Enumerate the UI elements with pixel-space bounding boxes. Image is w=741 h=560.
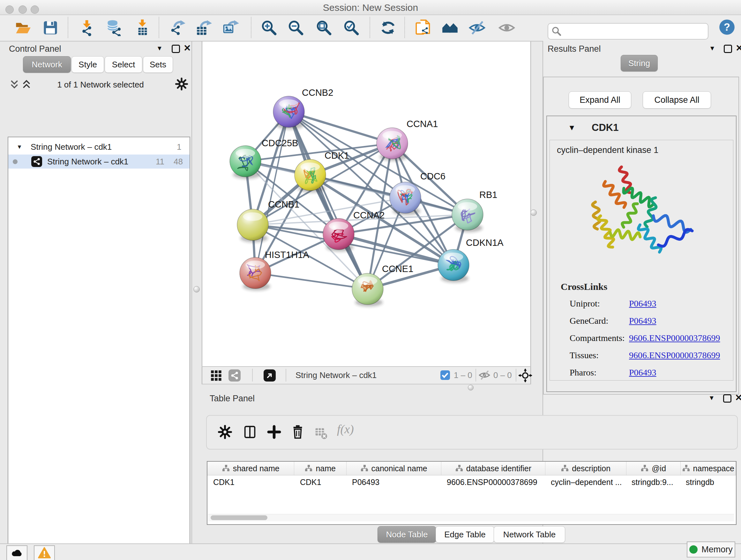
- network-node-HIST1H1A[interactable]: [240, 257, 271, 291]
- network-graph[interactable]: CCNB2CCNA1CDC25BCDK1CDC6RB1CCNB1CCNA2CDK…: [202, 42, 530, 366]
- right-splitter-handle[interactable]: [530, 209, 537, 216]
- network-tree-root-row[interactable]: ▼ String Network – cdk1 1: [8, 140, 190, 154]
- birds-eye-crosshair-icon[interactable]: [518, 368, 532, 384]
- save-session-icon[interactable]: [42, 19, 59, 36]
- tab-style[interactable]: Style: [71, 56, 104, 73]
- tab-sets[interactable]: Sets: [143, 56, 173, 73]
- network-node-CCNE1[interactable]: [352, 273, 383, 307]
- export-table-icon[interactable]: [195, 19, 212, 36]
- zoom-fit-icon[interactable]: [316, 19, 332, 36]
- table-panel-close-icon[interactable]: ✕: [735, 392, 741, 403]
- open-in-new-window-icon[interactable]: [264, 369, 276, 381]
- search-input[interactable]: [565, 25, 703, 37]
- crosslink-link[interactable]: 9606.ENSP00000378699: [629, 350, 720, 361]
- add-column-plus-icon[interactable]: [267, 425, 281, 441]
- table-cell[interactable]: stringdb:9...: [626, 476, 680, 489]
- crosslink-link[interactable]: P06493: [629, 299, 657, 309]
- network-node-CCNA1[interactable]: [377, 128, 408, 161]
- table-header-canonical-name[interactable]: canonical name: [347, 462, 441, 475]
- network-node-CCNB2[interactable]: [273, 96, 305, 129]
- left-splitter-handle[interactable]: [193, 286, 200, 293]
- table-header-database-identifier[interactable]: database identifier: [441, 462, 545, 475]
- network-node-CCNB1[interactable]: [237, 209, 268, 242]
- hide-selection-eye-slash-icon[interactable]: [469, 19, 485, 36]
- selected-checkbox-icon[interactable]: [441, 370, 450, 380]
- table-panel-float-icon[interactable]: [723, 394, 731, 402]
- horizontal-splitter-handle[interactable]: [468, 385, 474, 390]
- grid-view-icon[interactable]: [210, 369, 222, 383]
- clone-network-icon[interactable]: [415, 19, 431, 36]
- horizontal-scrollbar-track[interactable]: [208, 514, 734, 521]
- table-cell[interactable]: CDK1: [207, 476, 294, 489]
- tab-network-table[interactable]: Network Table: [494, 526, 565, 543]
- collapse-all-button[interactable]: Collapse All: [643, 91, 711, 109]
- table-header-namespace[interactable]: namespace: [681, 462, 736, 475]
- crosslink-link[interactable]: P06493: [629, 316, 657, 326]
- crosslink-link[interactable]: 9606.ENSP00000378699: [629, 333, 720, 343]
- memory-button[interactable]: Memory: [687, 542, 735, 557]
- table-header-name[interactable]: name: [294, 462, 347, 475]
- import-network-database-icon[interactable]: [106, 19, 122, 36]
- import-network-file-icon[interactable]: [78, 19, 95, 36]
- control-panel-float-icon[interactable]: [172, 45, 180, 53]
- tab-edge-table[interactable]: Edge Table: [435, 526, 494, 543]
- network-node-CDKN1A[interactable]: [438, 249, 469, 283]
- table-cell[interactable]: CDK1: [294, 476, 346, 489]
- select-columns-icon[interactable]: [243, 425, 257, 441]
- network-tree: ▼ String Network – cdk1 1 String Network…: [8, 137, 190, 560]
- network-edge-CCNB2-CCNE1[interactable]: [289, 112, 367, 289]
- cloud-status-button[interactable]: [6, 545, 27, 560]
- network-node-CDC25B[interactable]: [230, 145, 261, 179]
- zoom-in-icon[interactable]: [261, 19, 277, 36]
- crosslink-link[interactable]: P06493: [629, 368, 657, 378]
- first-neighbors-icon[interactable]: [442, 19, 458, 36]
- section-collapse-icon[interactable]: ▼: [568, 123, 576, 132]
- collapse-all-networks-icon[interactable]: [10, 79, 19, 91]
- help-icon[interactable]: ?: [719, 19, 735, 36]
- network-tree-child-row-selected[interactable]: String Network – cdk1 11 48: [8, 154, 190, 169]
- tab-select[interactable]: Select: [105, 56, 142, 73]
- delete-column-trash-icon[interactable]: [290, 425, 305, 441]
- network-edge-CCNB2-HIST1H1A[interactable]: [255, 112, 289, 273]
- network-node-CDK1[interactable]: [294, 159, 326, 192]
- network-canvas[interactable]: CCNB2CCNA1CDC25BCDK1CDC6RB1CCNB1CCNA2CDK…: [202, 42, 531, 366]
- search-field[interactable]: [548, 23, 709, 40]
- control-panel-close-icon[interactable]: ✕: [184, 43, 191, 53]
- table-cell[interactable]: 9606.ENSP00000378699: [441, 476, 545, 489]
- network-edge-CCNB2-CCNA1[interactable]: [289, 112, 392, 143]
- table-row[interactable]: CDK1CDK1P064939606.ENSP00000378699cyclin…: [207, 476, 736, 489]
- export-image-icon[interactable]: [222, 19, 239, 36]
- table-cell[interactable]: P06493: [346, 476, 441, 489]
- tree-expander-icon[interactable]: ▼: [17, 140, 22, 154]
- apply-layout-icon[interactable]: [380, 19, 396, 36]
- tab-network[interactable]: Network: [23, 56, 71, 73]
- import-table-file-icon[interactable]: [134, 19, 151, 36]
- horizontal-scrollbar-thumb[interactable]: [211, 515, 267, 520]
- network-edge-HIST1H1A-CCNE1[interactable]: [255, 273, 367, 289]
- export-network-icon[interactable]: [169, 19, 185, 36]
- results-panel-collapse-icon[interactable]: ▼: [709, 45, 716, 52]
- expand-all-networks-icon[interactable]: [22, 79, 31, 91]
- table-cell[interactable]: cyclin–dependent ...: [545, 476, 626, 489]
- tab-string-results[interactable]: String: [621, 55, 658, 71]
- control-panel-collapse-icon[interactable]: ▼: [156, 45, 163, 52]
- zoom-out-icon[interactable]: [287, 19, 304, 36]
- warning-status-button[interactable]: [34, 545, 55, 560]
- table-header--id[interactable]: @id: [626, 462, 681, 475]
- network-node-CDC6[interactable]: [390, 182, 421, 215]
- table-panel-collapse-icon[interactable]: ▼: [709, 394, 715, 401]
- expand-all-button[interactable]: Expand All: [569, 91, 631, 109]
- results-panel-close-icon[interactable]: ✕: [736, 43, 741, 53]
- network-node-RB1[interactable]: [452, 199, 483, 232]
- zoom-selected-icon[interactable]: [343, 19, 360, 36]
- open-session-icon[interactable]: [15, 19, 31, 36]
- network-node-CCNA2[interactable]: [323, 219, 354, 252]
- network-type-share-icon[interactable]: [228, 369, 241, 381]
- table-header-shared-name[interactable]: shared name: [207, 462, 294, 475]
- results-panel-float-icon[interactable]: [724, 45, 732, 53]
- table-settings-gear-icon[interactable]: [218, 425, 232, 441]
- tab-node-table[interactable]: Node Table: [378, 526, 436, 543]
- table-cell[interactable]: stringdb: [680, 476, 735, 489]
- network-options-gear-icon[interactable]: [175, 77, 188, 92]
- table-header-description[interactable]: description: [545, 462, 626, 475]
